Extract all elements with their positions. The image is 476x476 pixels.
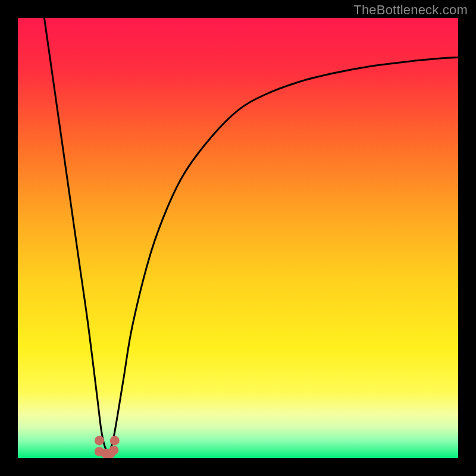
marker-dot [110, 436, 120, 445]
bottleneck-chart [18, 18, 458, 458]
watermark-text: TheBottleneck.com [353, 2, 468, 18]
marker-dot [109, 446, 118, 455]
gradient-background [18, 18, 458, 458]
chart-frame [18, 18, 458, 458]
marker-dot [95, 436, 104, 445]
